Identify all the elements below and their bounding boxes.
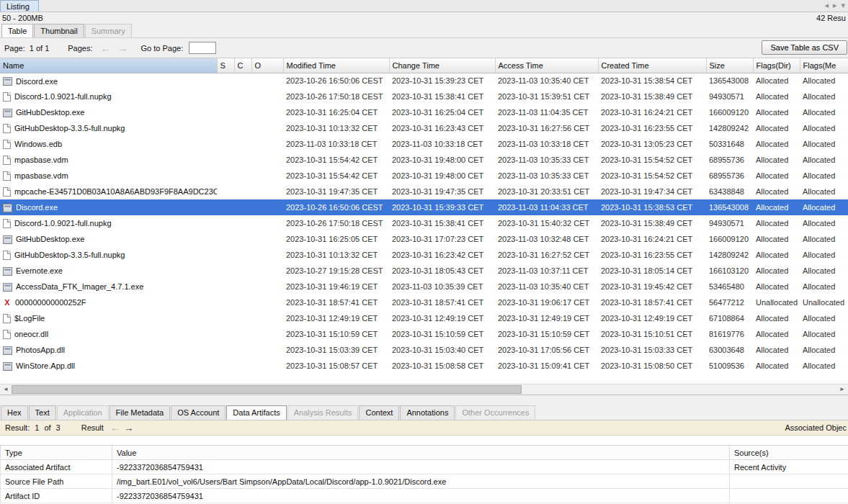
flags-dir-cell: Allocated (753, 358, 800, 374)
viewer-tab-file-metadata[interactable]: File Metadata (110, 405, 171, 420)
column-header-size[interactable]: Size (706, 58, 753, 73)
flags-dir-cell: Allocated (753, 263, 800, 279)
document-file-icon (3, 251, 11, 260)
scroll-left-icon[interactable]: ◂ (824, 1, 829, 9)
artifact-column-header-value[interactable]: Value (112, 446, 730, 460)
score-cell (217, 294, 234, 310)
table-row[interactable]: GitHubDesktop.exe2023-10-31 16:25:05 CET… (0, 231, 848, 247)
artifact-type-cell: Artifact ID (1, 489, 112, 503)
table-row[interactable]: Discord.exe2023-10-26 16:50:06 CEST2023-… (0, 73, 848, 89)
application-file-icon (3, 346, 12, 355)
created-time-cell: 2023-10-31 15:38:54 CET (598, 73, 706, 89)
previous-result-icon[interactable]: ← (110, 423, 120, 433)
table-row[interactable]: Evernote.exe2023-10-27 19:15:28 CEST2023… (0, 263, 848, 279)
document-file-icon (3, 92, 11, 102)
flags-dir-cell: Allocated (753, 231, 800, 247)
column-header-access-time[interactable]: Access Time (495, 58, 598, 73)
viewer-tab-os-account[interactable]: OS Account (171, 405, 226, 420)
table-row[interactable]: GitHubDesktop-3.3.5-full.nupkg2023-10-31… (0, 247, 848, 263)
document-file-icon (3, 314, 11, 323)
view-tab-table[interactable]: Table (1, 24, 33, 37)
change-time-cell: 2023-10-31 15:10:59 CET (389, 326, 495, 342)
score-cell (234, 326, 251, 342)
viewer-tab-context[interactable]: Context (359, 405, 399, 420)
table-row[interactable]: Discord-1.0.9021-full.nupkg2023-10-26 17… (0, 89, 848, 104)
scroll-right-icon[interactable]: ▸ (833, 1, 837, 9)
scrollbar-left-arrow-icon[interactable]: ◄ (0, 384, 12, 395)
table-row[interactable]: oneocr.dll2023-10-31 15:10:59 CET2023-10… (0, 326, 848, 342)
column-header-c[interactable]: C (234, 58, 251, 73)
table-row[interactable]: GitHubDesktop.exe2023-10-31 16:25:04 CET… (0, 104, 848, 120)
table-row[interactable]: GitHubDesktop-3.3.5-full.nupkg2023-10-31… (0, 120, 848, 136)
next-result-icon[interactable]: → (124, 423, 133, 433)
name-cell: PhotosApp.dll (0, 342, 217, 358)
next-page-icon[interactable]: → (118, 43, 128, 53)
score-cell (234, 279, 251, 294)
viewer-tab-data-artifacts[interactable]: Data Artifacts (226, 405, 286, 420)
change-time-cell: 2023-10-31 16:25:04 CET (389, 104, 495, 120)
column-header-modified-time[interactable]: Modified Time (283, 58, 389, 73)
table-row[interactable]: $LogFile2023-10-31 12:49:19 CET2023-10-3… (0, 310, 848, 326)
artifact-row[interactable]: Source File Path/img_bart.E01/vol_vol6/U… (1, 474, 848, 489)
name-cell: mpcache-E34571D0B03A10A8A6ABD93F9F8AA9DC… (0, 184, 217, 199)
view-tab-thumbnail[interactable]: Thumbnail (34, 24, 84, 37)
flags-dir-cell: Allocated (753, 152, 800, 168)
artifact-row[interactable]: Artifact ID-9223372036854759431 (1, 489, 848, 503)
modified-time-cell: 2023-10-31 12:49:19 CET (283, 310, 389, 326)
artifact-column-header-source-s[interactable]: Source(s) (730, 446, 848, 460)
created-time-cell: 2023-10-31 15:54:52 CET (598, 152, 706, 168)
tab-list-dropdown-icon[interactable]: ▾ (841, 1, 845, 9)
score-cell (251, 263, 283, 279)
column-header-flags-dir[interactable]: Flags(Dir) (753, 58, 800, 73)
column-header-s[interactable]: S (217, 58, 234, 73)
tab-listing[interactable]: Listing (0, 0, 39, 12)
created-time-cell: 2023-10-31 15:38:53 CET (598, 199, 706, 215)
score-cell (217, 247, 234, 263)
table-row[interactable]: 000000000000252F2023-10-31 18:57:41 CET2… (0, 294, 848, 310)
file-name: Discord.exe (16, 204, 58, 212)
table-row[interactable]: Discord-1.0.9021-full.nupkg2023-10-26 17… (0, 215, 848, 231)
size-cell: 166103120 (706, 263, 753, 279)
table-row[interactable]: mpasbase.vdm2023-10-31 15:54:42 CET2023-… (0, 152, 848, 168)
scrollbar-right-arrow-icon[interactable]: ► (836, 384, 848, 395)
flags-meta-cell: Unallocated (800, 294, 848, 310)
modified-time-cell: 2023-10-26 17:50:18 CEST (283, 215, 389, 231)
flags-dir-cell: Unallocated (753, 294, 800, 310)
table-row[interactable]: PhotosApp.dll2023-10-31 15:03:39 CET2023… (0, 342, 848, 358)
save-table-csv-button[interactable]: Save Table as CSV (762, 40, 847, 55)
goto-page-input[interactable] (189, 42, 216, 54)
scrollbar-thumb[interactable] (12, 385, 522, 394)
table-row[interactable]: Windows.edb2023-11-03 10:33:18 CET2023-1… (0, 136, 848, 152)
name-cell: oneocr.dll (0, 326, 217, 342)
table-row[interactable]: mpcache-E34571D0B03A10A8A6ABD93F9F8AA9DC… (0, 184, 848, 199)
change-time-cell: 2023-10-31 19:48:00 CET (389, 168, 495, 184)
score-cell (217, 279, 234, 294)
score-cell (217, 73, 234, 89)
table-row[interactable]: AccessData_FTK_Imager_4.7.1.exe2023-10-3… (0, 279, 848, 294)
viewer-tab-analysis-results: Analysis Results (287, 405, 359, 420)
document-file-icon (3, 330, 11, 339)
access-time-cell: 2023-11-03 10:35:40 CET (495, 73, 598, 89)
artifact-column-header-type[interactable]: Type (1, 446, 112, 460)
score-cell (234, 231, 251, 247)
viewer-tab-hex[interactable]: Hex (1, 405, 28, 420)
score-cell (217, 152, 234, 168)
horizontal-scrollbar[interactable]: ◄ ► (0, 384, 848, 395)
viewer-tab-text[interactable]: Text (29, 405, 56, 420)
column-header-flags-me[interactable]: Flags(Me (800, 58, 848, 73)
prev-page-icon[interactable]: ← (101, 43, 111, 53)
column-header-created-time[interactable]: Created Time (598, 58, 706, 73)
column-header-change-time[interactable]: Change Time (389, 58, 495, 73)
size-cell: 166009120 (706, 231, 753, 247)
score-cell (217, 310, 234, 326)
modified-time-cell: 2023-10-31 19:46:19 CET (283, 279, 389, 294)
column-header-o[interactable]: O (251, 58, 283, 73)
pages-label: Pages: (68, 44, 92, 53)
table-row[interactable]: WinStore.App.dll2023-10-31 15:08:57 CET2… (0, 358, 848, 374)
column-header-name[interactable]: Name (0, 58, 217, 73)
table-row[interactable]: mpasbase.vdm2023-10-31 15:54:42 CET2023-… (0, 168, 848, 184)
artifact-row[interactable]: Associated Artifact-9223372036854759431R… (1, 460, 848, 474)
table-row[interactable]: Discord.exe2023-10-26 16:50:06 CEST2023-… (0, 199, 848, 215)
viewer-tab-annotations[interactable]: Annotations (400, 405, 455, 420)
result-current: 1 (35, 423, 39, 432)
